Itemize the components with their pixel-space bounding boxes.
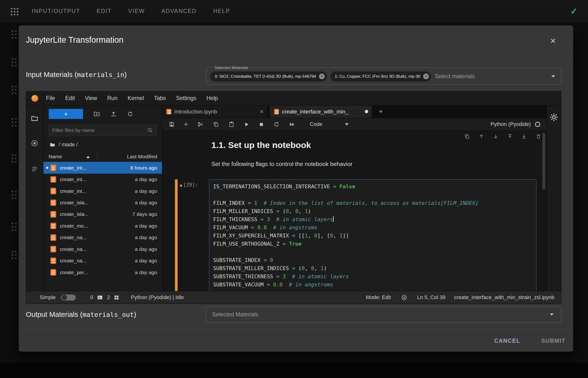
cut-cells-icon[interactable] (197, 121, 204, 128)
submit-button[interactable]: SUBMIT (541, 338, 565, 344)
file-row[interactable]: create_mo...a day ago (43, 220, 162, 232)
close-tab-icon[interactable]: × (260, 109, 264, 115)
markdown-paragraph: Set the following flags to control the n… (211, 161, 352, 167)
insert-cell-above-icon[interactable] (507, 134, 513, 139)
code-line: SUBSTRATE_THICKNESS = 3 # in atomic laye… (213, 272, 536, 281)
jupyter-logo-icon (31, 95, 38, 102)
new-folder-icon[interactable] (93, 110, 100, 117)
file-row[interactable]: create_na...a day ago (43, 243, 162, 255)
topbar-menu-item[interactable]: HELP (213, 8, 230, 14)
jupyter-menubar: FileEditViewRunKernelTabsSettingsHelp (26, 91, 561, 106)
chip-remove-icon[interactable]: ✕ (319, 74, 324, 79)
file-row[interactable]: create_int...a day ago (43, 174, 162, 185)
jupyter-menu-item[interactable]: Help (206, 95, 218, 101)
jupyter-menu-item[interactable]: Run (107, 95, 118, 101)
code-cell[interactable]: IS_TERMINATIONS_SELECTION_INTERACTIVE = … (209, 179, 536, 291)
file-browser-icon[interactable] (31, 115, 38, 122)
kernel-name[interactable]: Python (Pyodide) (490, 121, 531, 127)
tab-introduction[interactable]: Introduction.ipynb × (162, 106, 267, 118)
jupyter-left-sidebar (26, 106, 43, 291)
file-filter-input[interactable] (52, 127, 147, 133)
selected-materials-field[interactable]: Selected Materials 0: SiO2, Cristobalite… (206, 65, 561, 85)
breadcrumb[interactable]: / made / (43, 142, 162, 148)
file-list: create_int...8 hours agocreate_int...a d… (43, 162, 162, 278)
file-row[interactable]: create_int...a day ago (43, 185, 162, 197)
file-row[interactable]: create_na...a day ago (43, 232, 162, 243)
cell-collapser-bar[interactable] (175, 179, 178, 291)
file-modified: a day ago (135, 223, 162, 229)
file-name: create_int... (60, 176, 86, 182)
circle-x-icon[interactable] (401, 294, 407, 301)
topbar-menu-item[interactable]: VIEW (128, 8, 145, 14)
notebook-file-icon (50, 269, 56, 276)
insert-cell-icon[interactable]: + (184, 121, 188, 128)
notebook-content[interactable]: 1.1. Set up the notebook Set the followi… (162, 131, 546, 291)
kernel-status[interactable]: Python (Pyodide) | Idle (131, 294, 184, 300)
code-line: FILM_INDEX = 1 # Index in the list of ma… (213, 199, 536, 207)
cell-type-select[interactable]: Code (310, 121, 349, 127)
material-chip[interactable]: 0: SiO2, Cristobalite, TET (I-42d) 3D (B… (210, 71, 327, 81)
save-icon[interactable] (169, 121, 175, 127)
restart-run-all-icon[interactable] (289, 121, 295, 127)
run-cell-icon[interactable] (244, 122, 249, 127)
notebook-file-icon (166, 109, 171, 114)
insert-cell-below-icon[interactable] (521, 134, 527, 139)
new-launcher-button[interactable]: + (49, 109, 83, 119)
file-row[interactable]: create_na...a day ago (43, 255, 162, 267)
file-filter-box (49, 125, 157, 136)
delete-cell-icon[interactable] (536, 134, 541, 139)
file-row[interactable]: create_isla...7 days ago (43, 208, 162, 220)
jupyter-menu-item[interactable]: File (46, 95, 55, 101)
notebook-file-icon (50, 246, 56, 252)
file-row[interactable]: create_int...8 hours ago (43, 162, 162, 173)
stop-kernel-icon[interactable] (259, 122, 264, 127)
paste-cells-icon[interactable] (228, 121, 235, 127)
topbar-menu-item[interactable]: INPUT/OUTPUT (32, 8, 80, 14)
chip-remove-icon[interactable]: ✕ (423, 74, 429, 79)
jupyter-menu-item[interactable]: Settings (176, 95, 196, 101)
output-materials-select[interactable]: Selected Materials (206, 307, 561, 323)
extensions-grid-icon[interactable] (113, 295, 120, 300)
code-line: FILM_USE_ORTHOGONAL_Z = True (213, 240, 536, 248)
kernel-count[interactable]: 0 (90, 294, 93, 300)
material-chip[interactable]: 1: Cu, Copper, FCC (Fm-3m) 3D (Bulk), mp… (330, 71, 431, 81)
notebook-file-icon (50, 234, 56, 241)
cursor-position[interactable]: Ln 5, Col 39 (417, 294, 446, 300)
upload-icon[interactable] (110, 110, 117, 117)
new-tab-button[interactable]: + (374, 106, 387, 118)
folder-icon (49, 142, 56, 148)
tab-label: create_interface_with_min_ (282, 108, 348, 115)
file-row[interactable]: create_per...a day ago (43, 267, 162, 278)
chevron-down-icon[interactable] (551, 75, 555, 78)
table-of-contents-icon[interactable] (31, 165, 38, 173)
move-cell-up-icon[interactable] (478, 134, 484, 139)
jupyter-menu-item[interactable]: Edit (65, 95, 75, 101)
settings-gear-icon[interactable] (550, 113, 558, 122)
move-cell-down-icon[interactable] (493, 134, 499, 139)
refresh-icon[interactable] (127, 111, 133, 117)
topbar-menu-item[interactable]: EDIT (97, 8, 112, 14)
notebook-scrollbar[interactable] (542, 133, 546, 189)
running-sessions-icon[interactable] (31, 139, 39, 147)
close-icon[interactable]: × (550, 36, 556, 45)
file-list-header[interactable]: Name Last Modified (43, 152, 162, 162)
input-materials-label: Input Materials (materials_in) (26, 70, 127, 79)
jupyter-menu-item[interactable]: Kernel (128, 95, 144, 101)
jupyter-menubar-items: FileEditViewRunKernelTabsSettingsHelp (46, 95, 218, 101)
open-file-indicator (46, 167, 48, 169)
terminal-count[interactable]: 2 (107, 294, 110, 300)
restart-kernel-icon[interactable] (273, 121, 280, 128)
file-row[interactable]: create_isla...a day ago (43, 197, 162, 208)
tab-create-interface[interactable]: create_interface_with_min_ (270, 106, 372, 118)
cancel-button[interactable]: CANCEL (494, 338, 520, 344)
app-logo-icon[interactable] (10, 7, 18, 15)
jupyter-menu-item[interactable]: View (85, 95, 97, 101)
simple-mode-toggle[interactable] (61, 295, 76, 300)
topbar-menu-item[interactable]: ADVANCED (161, 8, 196, 14)
copy-cells-icon[interactable] (213, 121, 219, 127)
notebook-file-icon (50, 164, 56, 171)
jupyter-menu-item[interactable]: Tabs (154, 95, 166, 101)
app-root: INPUT/OUTPUTEDITVIEWADVANCEDHELP ✓ Jupyt… (0, 0, 588, 378)
duplicate-cell-icon[interactable] (464, 134, 470, 139)
code-editor[interactable]: IS_TERMINATIONS_SELECTION_INTERACTIVE = … (213, 183, 536, 289)
